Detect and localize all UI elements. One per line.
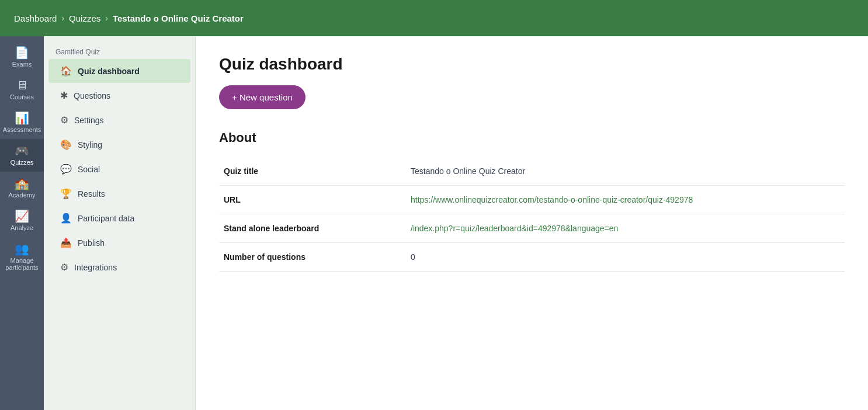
settings-icon: ⚙ [60,114,68,126]
icon-sidebar: 📄 Exams 🖥 Courses 📊 Assessments 🎮 Quizze… [0,36,44,410]
sub-sidebar-participant-data[interactable]: 👤 Participant data [48,206,190,230]
breadcrumb-quizzes[interactable]: Quizzes [69,13,100,23]
results-icon: 🏆 [60,188,72,199]
sub-sidebar-label: Gamified Quiz [44,43,195,58]
url-value: https://www.onlinequizcreator.com/testan… [406,186,845,214]
participant-data-label: Participant data [78,214,134,223]
sub-sidebar-questions[interactable]: ✱ Questions [48,84,190,107]
results-label: Results [78,189,105,199]
sub-sidebar: Gamified Quiz 🏠 Quiz dashboard ✱ Questio… [44,36,196,410]
quizzes-label: Quizzes [11,159,34,166]
sub-sidebar-styling[interactable]: 🎨 Styling [48,133,190,157]
sub-sidebar-integrations[interactable]: ⚙ Integrations [48,255,190,279]
leaderboard-value: /index.php?r=quiz/leaderboard&id=492978&… [406,214,845,243]
quiz-title-value: Testando o Online Quiz Creator [406,157,845,186]
sidebar-item-courses[interactable]: 🖥 Courses [0,74,44,106]
table-row: Number of questions 0 [219,243,845,272]
about-title: About [219,130,845,145]
exams-label: Exams [12,61,32,68]
sidebar-item-manage-participants[interactable]: 👥 Manage participants [0,237,44,277]
integrations-icon: ⚙ [60,262,68,273]
courses-label: Courses [10,93,34,100]
breadcrumb: Dashboard › Quizzes › Testando o Online … [14,13,244,23]
exams-icon: 📄 [15,47,29,58]
participant-data-icon: 👤 [60,213,72,224]
table-row: Quiz title Testando o Online Quiz Creato… [219,157,845,186]
academy-label: Academy [9,192,36,199]
leaderboard-link[interactable]: /index.php?r=quiz/leaderboard&id=492978&… [411,224,618,233]
num-questions-label: Number of questions [219,243,406,272]
social-label: Social [78,165,100,174]
main-content: Quiz dashboard + New question About Quiz… [196,36,868,410]
url-label: URL [219,186,406,214]
sub-sidebar-quiz-dashboard[interactable]: 🏠 Quiz dashboard [48,59,190,83]
table-row: URL https://www.onlinequizcreator.com/te… [219,186,845,214]
settings-label: Settings [74,116,104,125]
manage-participants-label: Manage participants [2,257,41,271]
leaderboard-label: Stand alone leaderboard [219,214,406,243]
publish-icon: 📤 [60,237,72,248]
quiz-title-label: Quiz title [219,157,406,186]
academy-icon: 🏫 [15,178,29,189]
sidebar-item-quizzes[interactable]: 🎮 Quizzes [0,139,44,172]
sub-sidebar-settings[interactable]: ⚙ Settings [48,108,190,132]
breadcrumb-current: Testando o Online Quiz Creator [113,13,244,23]
manage-participants-icon: 👥 [15,243,29,255]
styling-label: Styling [78,140,102,150]
sidebar-item-exams[interactable]: 📄 Exams [0,41,44,74]
social-icon: 💬 [60,164,72,175]
quiz-dashboard-icon: 🏠 [60,65,72,77]
sub-sidebar-results[interactable]: 🏆 Results [48,182,190,206]
integrations-label: Integrations [74,263,117,272]
publish-label: Publish [78,238,105,248]
analyze-icon: 📈 [15,210,29,222]
quizzes-icon: 🎮 [15,145,29,157]
breadcrumb-sep-1: › [61,13,64,23]
assessments-icon: 📊 [15,112,29,124]
analyze-label: Analyze [11,224,33,231]
assessments-label: Assessments [3,126,41,133]
courses-icon: 🖥 [16,79,28,91]
questions-icon: ✱ [60,90,68,101]
table-row: Stand alone leaderboard /index.php?r=qui… [219,214,845,243]
num-questions-value: 0 [406,243,845,272]
new-question-button[interactable]: + New question [219,85,305,109]
breadcrumb-dashboard[interactable]: Dashboard [14,13,57,23]
quiz-dashboard-label: Quiz dashboard [78,67,140,76]
questions-label: Questions [74,91,110,100]
sidebar-item-analyze[interactable]: 📈 Analyze [0,204,44,237]
top-nav: Dashboard › Quizzes › Testando o Online … [0,0,868,36]
sidebar-item-assessments[interactable]: 📊 Assessments [0,106,44,139]
page-title: Quiz dashboard [219,55,845,74]
sub-sidebar-publish[interactable]: 📤 Publish [48,231,190,255]
styling-icon: 🎨 [60,139,72,150]
sub-sidebar-social[interactable]: 💬 Social [48,157,190,181]
info-table: Quiz title Testando o Online Quiz Creato… [219,157,845,272]
breadcrumb-sep-2: › [105,13,108,23]
sidebar-item-academy[interactable]: 🏫 Academy [0,172,44,204]
url-link[interactable]: https://www.onlinequizcreator.com/testan… [411,195,693,204]
